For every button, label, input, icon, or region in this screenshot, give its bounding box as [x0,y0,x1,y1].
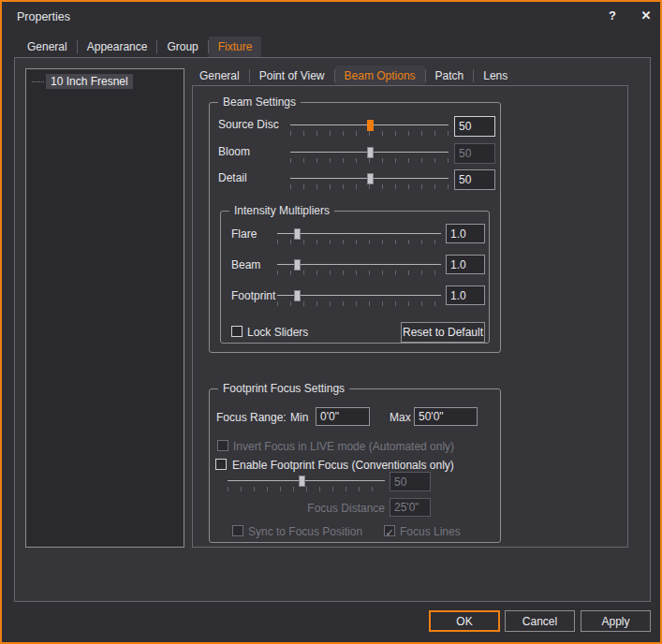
slider-ticks [290,131,449,136]
fixture-tree: 10 Inch Fresnel [25,68,184,548]
slider-track[interactable] [277,233,441,234]
slider-thumb[interactable] [294,228,301,240]
tab-fixture[interactable]: Fixture [209,37,262,57]
focus-amount-slider [228,475,385,488]
invert-focus-label: Invert Focus in LIVE mode (Automated onl… [233,440,454,453]
focus-min-label: Min [290,411,308,424]
focus-min-input[interactable] [316,407,370,426]
beam-options-panel: Beam Settings Source Disc Bloom Detail I… [192,85,628,548]
detail-slider[interactable] [290,172,449,185]
slider-ticks [277,240,441,244]
flare-input[interactable] [446,224,485,243]
subtab-point-of-view[interactable]: Point of View [250,66,334,86]
slider-thumb[interactable] [367,173,374,184]
slider-thumb [299,476,305,487]
detail-label: Detail [218,171,247,184]
ok-button[interactable]: OK [429,610,500,632]
window-title: Properties [17,10,70,23]
focus-lines-checkbox: ✓ [384,525,395,536]
footprint-slider[interactable] [277,289,441,302]
slider-thumb[interactable] [367,120,374,131]
footprint-input[interactable] [446,285,485,305]
focus-distance-label: Focus Distance [287,502,385,515]
slider-ticks [290,184,449,189]
tab-general[interactable]: General [18,37,77,57]
flare-label: Flare [231,227,257,241]
slider-track[interactable] [277,295,441,296]
beam-slider[interactable] [277,258,441,271]
focus-max-label: Max [390,411,411,424]
tree-item-fixture[interactable]: 10 Inch Fresnel [32,74,133,89]
beam-input[interactable] [446,255,485,274]
footprint-label: Footprint [231,289,275,302]
source-disc-input[interactable] [454,116,495,137]
source-disc-label: Source Disc [218,118,279,131]
flare-slider[interactable] [277,227,441,241]
apply-button[interactable]: Apply [581,610,651,632]
focus-amount-input [390,472,431,491]
footprint-focus-settings-legend: Footprint Focus Settings [218,382,349,396]
tab-appearance[interactable]: Appearance [78,37,157,57]
slider-thumb[interactable] [294,290,301,301]
bloom-label: Bloom [218,145,250,158]
subtab-beam-options[interactable]: Beam Options [335,66,425,86]
tab-group[interactable]: Group [157,37,207,57]
focus-max-input[interactable] [414,407,478,426]
slider-track[interactable] [277,264,441,265]
subtab-patch[interactable]: Patch [426,66,474,86]
slider-ticks [290,158,449,163]
slider-ticks [277,271,441,275]
intensity-multipliers-legend: Intensity Multipliers [229,204,334,218]
properties-dialog: Properties ? ✕ General Appearance Group … [0,0,662,644]
subtab-general[interactable]: General [190,66,249,86]
checkmark-icon: ✓ [385,527,393,538]
lock-sliders-label: Lock Sliders [247,326,308,339]
sync-to-focus-position-label: Sync to Focus Position [248,525,362,538]
subtab-lens[interactable]: Lens [474,66,517,86]
detail-input[interactable] [454,169,495,190]
source-disc-slider[interactable] [290,119,449,132]
bloom-slider[interactable] [290,146,449,159]
focus-lines-label: Focus Lines [400,525,461,538]
beam-label: Beam [231,258,260,271]
invert-focus-checkbox: ✓ [217,440,228,451]
reset-to-default-button[interactable]: Reset to Default [401,322,485,343]
enable-footprint-focus-checkbox[interactable]: ✓ [215,459,227,470]
close-icon[interactable]: ✕ [637,7,655,25]
focus-range-label: Focus Range: [216,411,287,424]
sub-tab-bar: General Point of View Beam Options Patch… [190,66,517,86]
slider-thumb[interactable] [294,259,301,271]
slider-track [228,480,385,481]
sync-to-focus-position-checkbox: ✓ [232,525,243,536]
cancel-button[interactable]: Cancel [505,610,575,632]
slider-ticks [277,301,441,306]
slider-ticks [228,487,385,491]
main-tab-bar: General Appearance Group Fixture [18,37,261,57]
tree-item-label: 10 Inch Fresnel [46,74,133,89]
enable-footprint-focus-label: Enable Footprint Focus (Conventionals on… [232,459,454,472]
beam-settings-legend: Beam Settings [218,95,301,110]
bloom-input [454,143,495,164]
focus-distance-input [390,498,431,517]
help-icon[interactable]: ? [603,7,622,25]
tree-branch-icon [32,81,44,82]
slider-thumb[interactable] [367,147,374,158]
lock-sliders-checkbox[interactable]: ✓ [231,326,243,337]
